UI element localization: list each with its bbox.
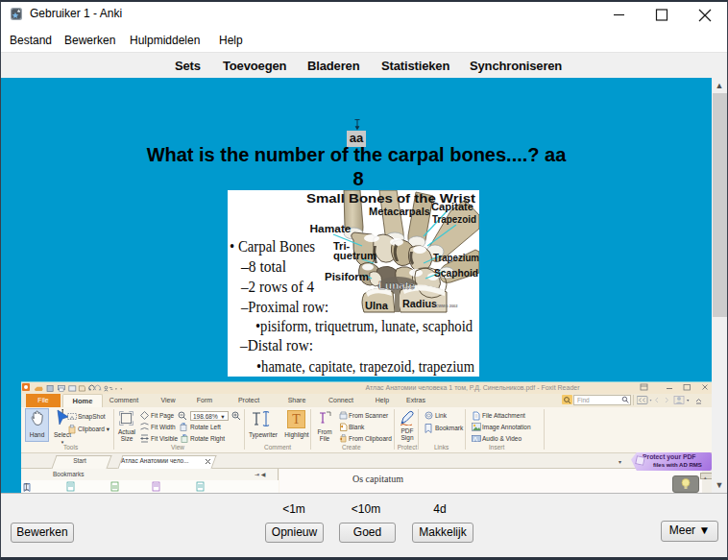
svg-text:Ulna: Ulna [365,300,389,311]
svg-text:Hamate: Hamate [310,223,352,234]
svg-text:Radius: Radius [402,298,437,309]
svg-text:quetrum: quetrum [333,250,376,261]
svg-text:–8 total: –8 total [240,258,287,275]
svg-text:•pisiform, triquetrum, lunate,: •pisiform, triquetrum, lunate, scaphoid [255,318,473,335]
svg-text:–Proximal row:: –Proximal row: [240,299,328,315]
svg-text:–Distal row:: –Distal row: [239,337,313,353]
svg-text:CWMG 2002: CWMG 2002 [435,304,458,308]
svg-text:Trapezoid: Trapezoid [432,213,476,225]
svg-text:• Carpal Bones: • Carpal Bones [230,238,315,256]
svg-text:Metacarpals: Metacarpals [369,206,430,217]
svg-text:Capitate: Capitate [431,201,473,212]
svg-text:Lunate: Lunate [378,280,415,291]
svg-text:Scaphoid: Scaphoid [434,267,478,279]
svg-text:Pisiform: Pisiform [325,271,369,282]
svg-text:•hamate, capitate, trapezoid,: •hamate, capitate, trapezoid, trapezium [256,358,475,376]
svg-text:–2 rows of 4: –2 rows of 4 [240,279,314,295]
svg-text:Trapezium: Trapezium [433,252,479,263]
